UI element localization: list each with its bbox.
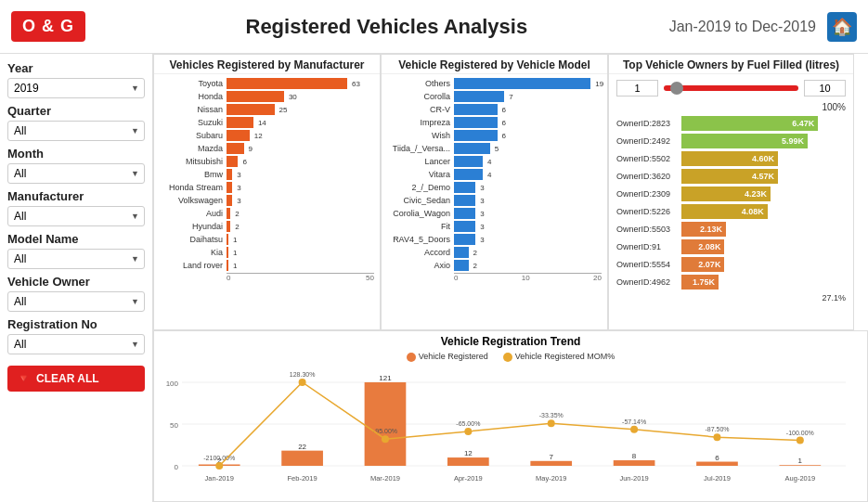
- y-axis-label: 50: [170, 421, 178, 430]
- filter-select-month[interactable]: AllJanFebMarAprMayJunJulAugSepOctNovDec: [7, 163, 145, 184]
- bar-value: 14: [258, 119, 266, 127]
- fuel-owner-row: OwnerID:2309 4.23K: [616, 187, 846, 201]
- fuel-range-max[interactable]: [804, 80, 846, 97]
- select-wrapper-4: AllCorollaCR-VImpreza: [7, 249, 145, 269]
- logo: O & G: [11, 11, 85, 42]
- fuel-bar-wrap: 6.47K: [681, 116, 846, 131]
- bar-wrap: 2: [227, 221, 374, 232]
- legend-dot: [503, 353, 512, 362]
- bar-wrap: 1: [227, 260, 374, 271]
- filter-select-year[interactable]: 201920182017: [7, 78, 145, 98]
- bar-wrap: 3: [227, 195, 374, 206]
- home-icon[interactable]: 🏠: [827, 12, 857, 42]
- trend-pct-label: 128.30%: [290, 371, 316, 378]
- manufacturer-bar-row: Suzuki 14: [160, 117, 374, 128]
- bar-wrap: 6: [454, 104, 602, 115]
- trend-month-label: Aug-2019: [785, 474, 816, 483]
- trend-bar: [780, 465, 822, 466]
- bar-label: Mazda: [160, 144, 227, 153]
- bar-label: Kia: [160, 248, 227, 257]
- bar-label: RAV4_5_Doors: [387, 235, 454, 244]
- main-body: Year201920182017QuarterAllQ1Q2Q3Q4MonthA…: [0, 54, 868, 502]
- legend-label: Vehicle Registered MOM%: [515, 352, 615, 361]
- bar-label: Honda Stream: [160, 183, 227, 192]
- bar-value: 7: [509, 93, 512, 101]
- filter-label-3: Manufacturer: [7, 189, 145, 203]
- fuel-pct-label: 100%: [616, 102, 846, 112]
- bar-value: 3: [480, 197, 484, 205]
- bar-value: 1: [233, 249, 237, 257]
- manufacturer-bar-row: Honda 30: [160, 91, 374, 102]
- trend-bar: [365, 382, 407, 466]
- fuel-owner-row: OwnerID:2492 5.99K: [616, 134, 846, 148]
- bar-wrap: 3: [454, 221, 602, 232]
- fuel-bar-wrap: 4.57K: [681, 169, 846, 184]
- fuel-pct-bottom: 27.1%: [616, 293, 846, 302]
- bar: [454, 78, 590, 89]
- bar: [454, 169, 483, 180]
- fuel-owner-label: OwnerID:2492: [616, 136, 681, 146]
- trend-bar-label: 121: [379, 374, 392, 382]
- trend-bar-label: 8: [632, 452, 637, 460]
- fuel-range-min[interactable]: [616, 80, 658, 97]
- fuel-bar-value: 4.57K: [752, 172, 774, 181]
- model-chart-title: Vehicle Registered by Vehicle Model: [382, 55, 607, 74]
- bar-wrap: 2: [454, 260, 602, 271]
- trend-svg: 1005002Jan-201922Feb-2019121Mar-201912Ap…: [154, 364, 855, 484]
- fuel-owner-row: OwnerID:5503 2.13K: [616, 222, 846, 237]
- filter-select-quarter[interactable]: AllQ1Q2Q3Q4: [7, 121, 145, 141]
- manufacturer-bar-row: Volkswagen 3: [160, 195, 374, 206]
- fuel-chart: Top Vehicle Owners by Fuel Filled (litre…: [608, 54, 854, 330]
- model-bar-row: Lancer 4: [387, 156, 602, 167]
- bar-value: 3: [480, 210, 484, 218]
- model-bar-row: Impreza 6: [387, 117, 602, 128]
- bar-value: 2: [235, 210, 239, 218]
- filter-select-model-name[interactable]: AllCorollaCR-VImpreza: [7, 249, 145, 269]
- trend-bar-label: 22: [298, 442, 306, 450]
- bar-value: 12: [254, 132, 263, 140]
- trend-chart: Vehicle Registration Trend Vehicle Regis…: [153, 330, 868, 502]
- fuel-slider-handle[interactable]: [670, 82, 683, 95]
- fuel-bar-value: 2.08K: [698, 242, 720, 251]
- manufacturer-bar-row: Mazda 9: [160, 143, 374, 154]
- trend-month-label: Apr-2019: [454, 474, 483, 483]
- fuel-bar-wrap: 2.07K: [681, 257, 846, 272]
- bar-value: 2: [473, 262, 477, 270]
- bar-value: 1: [233, 236, 237, 244]
- manufacturer-chart-title: Vehicles Registered by Manufacturer: [154, 55, 380, 74]
- bar: [227, 91, 284, 102]
- fuel-bar-value: 2.07K: [698, 260, 720, 269]
- trend-bar: [447, 457, 489, 466]
- bar-label: Bmw: [160, 170, 227, 179]
- fuel-owner-row: OwnerID:2823 6.47K: [616, 116, 846, 131]
- bar: [227, 117, 253, 128]
- fuel-owner-label: OwnerID:4962: [616, 277, 681, 287]
- bar-value: 9: [249, 145, 253, 153]
- bar-wrap: 2: [454, 247, 602, 258]
- fuel-owner-row: OwnerID:5554 2.07K: [616, 257, 846, 272]
- model-bar-row: Fit 3: [387, 221, 602, 232]
- bar: [454, 156, 483, 167]
- manufacturer-bar-row: Land rover 1: [160, 260, 374, 271]
- bar: [227, 208, 230, 219]
- fuel-slider[interactable]: [664, 85, 798, 91]
- filter-select-manufacturer[interactable]: AllToyotaHondaNissan: [7, 206, 145, 226]
- filter-select-vehicle-owner[interactable]: All: [7, 291, 145, 312]
- manufacturer-bar-row: Hyundai 2: [160, 221, 374, 232]
- bar-value: 3: [480, 236, 484, 244]
- bar-label: Wish: [387, 131, 454, 140]
- fuel-owner-label: OwnerID:5503: [616, 225, 681, 234]
- clear-all-button[interactable]: 🔻CLEAR ALL: [7, 366, 145, 392]
- trend-month-label: Jul-2019: [704, 474, 731, 483]
- bar-wrap: 3: [454, 234, 602, 245]
- filter-select-registration-no[interactable]: All: [7, 334, 145, 354]
- bar-label: CR-V: [387, 105, 454, 114]
- select-wrapper-1: AllQ1Q2Q3Q4: [7, 121, 145, 141]
- bar: [454, 91, 504, 102]
- bar-value: 6: [242, 158, 246, 166]
- bar-wrap: 3: [454, 208, 602, 219]
- fuel-bar: 2.13K: [681, 222, 726, 237]
- fuel-bar-value: 4.08K: [742, 207, 764, 216]
- bar: [454, 117, 498, 128]
- trend-bar-label: 6: [715, 453, 719, 461]
